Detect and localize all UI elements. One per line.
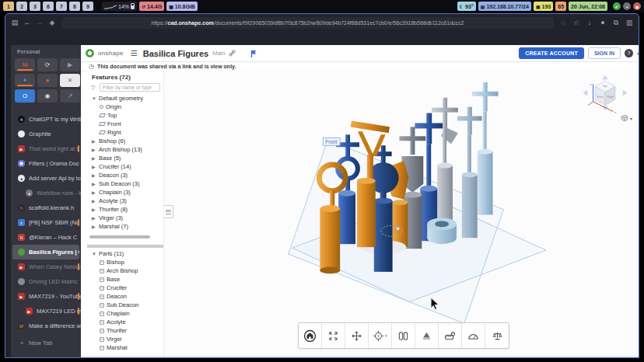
orbit-button[interactable]: ▾ xyxy=(369,323,392,348)
address-bar[interactable]: https://cad.onshape.com/documents/f9f290… xyxy=(61,17,554,29)
named-views-button[interactable] xyxy=(415,323,439,348)
tab-manager-icon[interactable]: ⊞ xyxy=(81,357,93,358)
create-account-button[interactable]: CREATE ACCOUNT xyxy=(519,47,584,59)
tree-group-parts[interactable]: ▼ Parts (11) xyxy=(87,249,163,258)
part-item[interactable]: Marshal xyxy=(87,343,163,352)
part-item[interactable]: Chaplain xyxy=(87,309,163,318)
sidebar-tab[interactable]: ▶ That weird light at t xyxy=(11,141,81,156)
chevron-right-icon[interactable]: ▶ xyxy=(92,207,96,212)
tray-icon[interactable]: ⌁ xyxy=(623,2,631,10)
chevron-right-icon[interactable]: ▶ xyxy=(92,224,96,229)
rotate-up-icon[interactable] xyxy=(602,75,608,80)
tray-icon[interactable]: ◉ xyxy=(633,2,641,10)
front-plane-label[interactable]: Front xyxy=(323,137,340,145)
speed-dial-tile[interactable]: ✦ xyxy=(15,74,35,87)
part-studio-tab[interactable]: Basilica Models xyxy=(93,357,153,358)
sidebar-tab[interactable]: ▶ MAX7219 LED mu xyxy=(11,304,81,318)
tree-group[interactable]: ▶ Acolyte (3) xyxy=(87,197,163,205)
sidebar-tab[interactable]: Driving LED Matric xyxy=(11,274,81,289)
part-item[interactable]: Acolyte xyxy=(87,318,163,326)
workspace-button[interactable]: 9 xyxy=(82,2,93,11)
chevron-down-icon[interactable]: ▼ xyxy=(92,96,96,101)
rotate-left-icon[interactable] xyxy=(583,89,588,96)
speed-dial-tile[interactable]: ⟳ xyxy=(37,58,58,71)
speed-dial-tile[interactable]: ↗ xyxy=(60,89,80,103)
workspace-button[interactable]: 3 xyxy=(30,2,40,11)
speed-dial-tile[interactable]: ● xyxy=(37,74,58,87)
tree-group[interactable]: ▶ Base (5) xyxy=(87,154,163,162)
chevron-right-icon[interactable]: ▶ xyxy=(92,215,96,221)
workspace-button[interactable]: 6 xyxy=(43,2,54,11)
share-link-icon[interactable] xyxy=(229,50,236,57)
workspace-button[interactable]: 2 xyxy=(16,2,27,11)
tray-icon[interactable]: ✔ xyxy=(613,2,621,10)
pan-button[interactable] xyxy=(345,323,369,348)
chevron-right-icon[interactable]: ▶ xyxy=(92,164,96,169)
chevron-right-icon[interactable]: ▶ xyxy=(92,172,96,178)
sidebar-tab[interactable]: Graphite xyxy=(11,127,81,141)
model-figure-donut[interactable] xyxy=(427,218,457,244)
tree-group[interactable]: ▶ Arch Bishop (13) xyxy=(87,145,163,154)
browser-action-icon[interactable]: ▥ xyxy=(625,19,634,26)
tree-item[interactable]: Origin xyxy=(87,103,163,111)
chevron-right-icon[interactable]: ▶ xyxy=(92,155,96,161)
feature-panel-toggle[interactable] xyxy=(164,205,173,218)
measure-button[interactable] xyxy=(439,323,462,348)
browser-action-icon[interactable]: ◌ xyxy=(558,19,568,26)
browser-action-icon[interactable]: ● xyxy=(598,19,607,26)
sidebar-tab[interactable]: ▶ When Casey Neistat xyxy=(11,259,81,274)
horizontal-scrollbar[interactable] xyxy=(89,235,150,238)
speed-dial-tile[interactable]: O xyxy=(15,89,35,103)
speed-dial-tile[interactable]: ▶ xyxy=(60,58,80,71)
browser-toolbar-icon[interactable]: ← xyxy=(23,19,32,26)
part-item[interactable]: Arch Bishop xyxy=(87,266,163,275)
part-item[interactable]: Bishop xyxy=(87,258,163,266)
part-item[interactable]: Sub Deacon xyxy=(87,301,163,309)
browser-toolbar-icon[interactable]: ▤ xyxy=(10,19,19,26)
sign-in-button[interactable]: SIGN IN xyxy=(588,47,621,59)
tree-group[interactable]: ▶ Crucifer (14) xyxy=(87,162,163,171)
chevron-down-icon[interactable]: ▼ xyxy=(92,252,96,256)
browser-action-icon[interactable]: ↓ xyxy=(585,19,594,26)
workspace-branch[interactable]: Main xyxy=(212,50,225,57)
tree-group[interactable]: ▶ Virger (3) xyxy=(87,214,163,222)
speed-dial-tile[interactable]: ✕ xyxy=(60,74,80,87)
tree-group[interactable]: ▶ Bishop (6) xyxy=(87,137,163,145)
tree-item[interactable]: Top xyxy=(87,111,163,120)
mass-properties-button[interactable] xyxy=(485,323,509,348)
browser-toolbar-icon[interactable]: → xyxy=(35,19,44,26)
workspace-button[interactable]: 8 xyxy=(69,2,80,11)
sidebar-tab[interactable]: ✳ ChatGPT is my Writi xyxy=(11,112,81,127)
chevron-right-icon[interactable]: ▶ xyxy=(92,147,96,152)
part-item[interactable]: Virger xyxy=(87,335,163,343)
tree-group[interactable]: ▶ Marshal (7) xyxy=(87,222,163,231)
tree-group[interactable]: ▶ Deacon (3) xyxy=(87,171,163,179)
sidebar-tab[interactable]: ● Workflow runs - k xyxy=(11,186,81,200)
protractor-button[interactable] xyxy=(462,323,485,348)
chevron-right-icon[interactable]: ▶ xyxy=(92,138,96,144)
sidebar-tab[interactable]: ● Add server Api by lo xyxy=(11,171,81,186)
part-item[interactable]: Deacon xyxy=(87,292,163,301)
sidebar-tab[interactable]: ≡ [PB] NSF SBIR (Na xyxy=(11,215,81,230)
rotate-right-icon[interactable] xyxy=(623,89,628,96)
home-view-button[interactable] xyxy=(299,323,322,348)
browser-action-icon[interactable]: ☆ xyxy=(572,19,581,26)
chevron-right-icon[interactable]: ▶ xyxy=(92,181,96,186)
browser-action-icon[interactable]: ⧉ xyxy=(611,19,621,27)
tree-item[interactable]: Front xyxy=(87,120,163,128)
sidebar-tab[interactable]: 1F Make a difference w xyxy=(11,318,81,333)
3d-scene-canvas[interactable]: Front xyxy=(164,71,639,357)
tree-group[interactable]: ▶ Sub Deacon (3) xyxy=(87,179,163,188)
view-options-button[interactable]: ▾ xyxy=(621,114,632,122)
orbit-caret-icon[interactable]: ▾ xyxy=(385,333,387,338)
tree-group-default-geometry[interactable]: ▼ Default geometry xyxy=(87,94,163,103)
sidebar-tab[interactable]: ↻ scaffold.kierank.h xyxy=(11,200,81,215)
chevron-right-icon[interactable]: ▶ xyxy=(92,190,96,195)
section-view-button[interactable] xyxy=(392,323,415,348)
workspace-button[interactable]: 1 xyxy=(3,2,14,11)
part-item[interactable]: Crucifer xyxy=(87,284,163,292)
help-button[interactable]: ? xyxy=(625,49,633,57)
sidebar-tab[interactable]: Filters | Orama Doc xyxy=(11,156,81,171)
chevron-right-icon[interactable]: ▶ xyxy=(92,198,96,204)
part-item[interactable]: Base xyxy=(87,275,163,284)
